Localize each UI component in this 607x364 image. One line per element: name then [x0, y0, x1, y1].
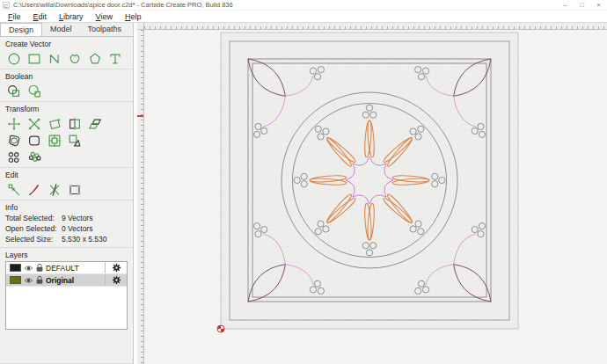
- ruler-corner: [137, 23, 144, 30]
- group-label: Edit: [5, 171, 128, 179]
- tool-groups: Create VectorBooleanTransformEdit: [0, 37, 133, 200]
- scale-tool[interactable]: [26, 115, 42, 132]
- layer-color-swatch[interactable]: [10, 276, 21, 284]
- info-row: Total Selected:9 Vectors: [5, 214, 128, 222]
- layer-lock-icon[interactable]: [35, 263, 44, 273]
- info-row: Open Selected:0 Vectors: [5, 224, 128, 233]
- canvas-region: [137, 23, 607, 364]
- tab-design[interactable]: Design: [0, 23, 42, 36]
- layer-lock-icon[interactable]: [35, 275, 44, 285]
- tool-panel: DesignModelToolpaths Create VectorBoolea…: [0, 23, 134, 364]
- group-boolean: Boolean: [0, 69, 133, 102]
- info-label: Info: [5, 203, 128, 212]
- maximize-button[interactable]: □: [574, 0, 590, 10]
- info-row-label: Total Selected:: [5, 214, 62, 222]
- info-row-value: 9 Vectors: [62, 214, 92, 222]
- polygon-tool[interactable]: [86, 50, 103, 67]
- boolean-subtract-tool[interactable]: [26, 83, 42, 99]
- menu-edit[interactable]: Edit: [27, 12, 54, 21]
- tab-toolpaths[interactable]: Toolpaths: [80, 23, 130, 36]
- layer-row-default[interactable]: DEFAULT: [6, 262, 127, 274]
- info-row-value: 5.530 x 5.530: [62, 235, 107, 244]
- title-bar: C C:\Users\willa\Downloads\spice door.c2…: [0, 0, 607, 11]
- tab-strip: DesignModelToolpaths: [0, 23, 133, 37]
- group-edit: Edit: [0, 168, 133, 200]
- group-label: Create Vector: [5, 40, 128, 48]
- main-area: DesignModelToolpaths Create VectorBoolea…: [0, 23, 607, 364]
- window-controls: – □ ×: [557, 0, 607, 10]
- menu-file[interactable]: File: [2, 12, 27, 21]
- curve-tool[interactable]: [66, 50, 83, 67]
- layer-color-swatch[interactable]: [10, 264, 21, 272]
- node-edit-tool[interactable]: [5, 181, 22, 198]
- circular-array-tool[interactable]: [26, 149, 42, 165]
- linear-array-tool[interactable]: [5, 149, 22, 165]
- rectangle-tool[interactable]: [26, 50, 42, 67]
- group-transform: Transform: [0, 102, 133, 168]
- layer-name: DEFAULT: [46, 264, 105, 273]
- mirror-tool[interactable]: [66, 115, 83, 132]
- offset-tool[interactable]: [5, 132, 22, 149]
- horizontal-ruler: [144, 23, 607, 30]
- info-row: Selected Size:5.530 x 5.530: [5, 235, 128, 244]
- layer-settings-gear-icon[interactable]: [105, 262, 127, 273]
- layers-label: Layers: [5, 251, 128, 259]
- layers-section: Layers DEFAULTOriginal: [0, 248, 133, 364]
- app-icon: C: [3, 2, 10, 9]
- layer-visibility-icon[interactable]: [24, 276, 33, 285]
- polyline-tool[interactable]: [46, 50, 62, 67]
- skew-tool[interactable]: [86, 115, 103, 132]
- group-label: Transform: [5, 105, 128, 113]
- fillet-tool[interactable]: [26, 132, 42, 149]
- layer-name: Original: [46, 276, 105, 285]
- layer-visibility-icon[interactable]: [24, 264, 33, 273]
- circle-tool[interactable]: [5, 50, 22, 67]
- resize-tool[interactable]: [66, 181, 83, 198]
- split-vector-tool[interactable]: [46, 181, 62, 198]
- close-button[interactable]: ×: [590, 0, 607, 10]
- group-label: Boolean: [5, 72, 128, 81]
- nest-tool[interactable]: [46, 132, 62, 149]
- boolean-union-tool[interactable]: [5, 83, 22, 99]
- trace-tool[interactable]: [66, 132, 83, 149]
- rotate-tool[interactable]: [46, 115, 62, 132]
- menu-view[interactable]: View: [90, 12, 119, 21]
- tab-model[interactable]: Model: [42, 23, 80, 36]
- ruler-position-indicator: [137, 115, 143, 117]
- group-create-vector: Create Vector: [0, 37, 133, 69]
- info-row-value: 0 Vectors: [62, 224, 92, 233]
- design-canvas[interactable]: [144, 30, 606, 364]
- menu-library[interactable]: Library: [53, 12, 90, 21]
- layer-row-original[interactable]: Original: [6, 274, 127, 287]
- origin-marker: [217, 325, 224, 332]
- layer-settings-gear-icon[interactable]: [105, 274, 127, 286]
- menu-help[interactable]: Help: [119, 12, 148, 21]
- text-tool[interactable]: [106, 50, 123, 67]
- trim-tool[interactable]: [26, 181, 42, 198]
- layers-list: DEFAULTOriginal: [5, 261, 128, 330]
- info-row-label: Selected Size:: [5, 235, 62, 244]
- info-row-label: Open Selected:: [5, 224, 62, 233]
- move-tool[interactable]: [5, 115, 22, 132]
- minimize-button[interactable]: –: [557, 0, 574, 10]
- grid-overlay: [221, 33, 518, 329]
- window-title: C:\Users\willa\Downloads\spice door.c2d*…: [13, 1, 557, 9]
- info-section: Info Total Selected:9 VectorsOpen Select…: [0, 200, 133, 248]
- vertical-ruler: [137, 30, 144, 364]
- menu-bar: FileEditLibraryViewHelp: [0, 11, 607, 23]
